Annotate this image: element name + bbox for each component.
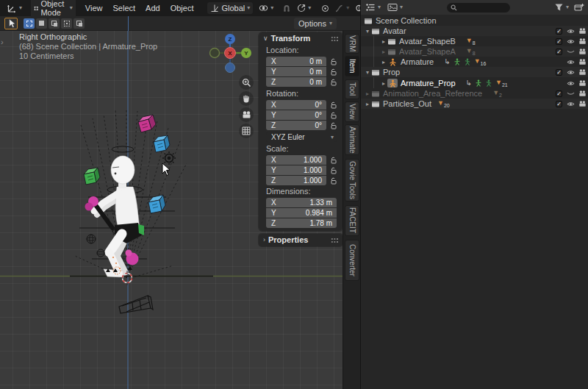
location-z-field[interactable]: Z 0 m [266,77,326,87]
editor-type-button[interactable]: ▾ [4,2,25,15]
scale-z-field[interactable]: Z 1.000 [266,176,326,185]
snap-toggle-button[interactable] [279,2,294,14]
disable-render-toggle[interactable] [578,58,587,66]
rotation-y-field[interactable]: Y 0° [266,110,326,120]
rotation-z-field[interactable]: Z 0° [266,121,326,130]
lock-icon[interactable] [329,77,338,87]
hide-viewport-toggle[interactable] [567,48,575,56]
outliner-row-avatar[interactable]: ▾ Avatar ✓ [361,26,588,36]
chevron-down-icon[interactable]: ▾ [566,4,569,10]
new-collection-icon[interactable] [574,3,584,12]
sidebar-properties-panel[interactable]: › Properties [259,234,343,246]
disable-render-toggle[interactable] [578,79,587,88]
exclude-checkbox[interactable]: ✓ [555,100,563,108]
dimensions-x-field[interactable]: X 1.33 m [266,198,337,207]
dimensions-y-field[interactable]: Y 0.984 m [266,208,337,218]
tab-vrm[interactable]: VRM [345,34,359,54]
zoom-button[interactable] [239,75,254,90]
tab-item[interactable]: Item [345,56,359,76]
outliner-row-particles-out[interactable]: ▸ Particles_Out ▼20 ✓ [361,99,588,109]
menu-view[interactable]: View [80,2,108,14]
lock-icon[interactable] [329,67,338,76]
dimensions-z-field[interactable]: Z 1.78 m [266,218,337,228]
panel-drag-handle[interactable] [331,36,339,42]
navigation-gizmo[interactable]: Z Y X [208,32,255,79]
outliner-editor-icon[interactable] [365,3,376,12]
mode-dropdown[interactable]: Object Mode ▾ [31,0,76,18]
menu-object[interactable]: Object [165,2,199,14]
exclude-checkbox[interactable]: ✓ [555,48,563,56]
tab-faceit[interactable]: FACEIT [345,205,359,236]
disclosure-icon[interactable]: ▸ [380,49,387,55]
orthographic-toggle-button[interactable] [239,124,254,138]
scale-y-field[interactable]: Y 1.000 [266,165,326,175]
select-mode-extend-button[interactable] [36,18,47,29]
disclosure-icon[interactable]: ▸ [380,80,387,87]
proportional-falloff-dropdown[interactable]: ▾ [332,3,352,14]
lock-icon[interactable] [329,121,338,130]
select-mode-invert-button[interactable] [61,18,72,29]
menu-select[interactable]: Select [107,2,140,14]
outliner-row-avatar-shapeb[interactable]: ▸ Avatar_ShapeB ▼8 ✓ [361,36,588,46]
tab-converter[interactable]: Converter [345,240,359,281]
chevron-down-icon[interactable]: ▾ [378,4,381,10]
disclosure-icon[interactable]: ▾ [364,28,371,35]
pan-button[interactable] [239,91,254,106]
select-mode-set-button[interactable] [24,18,35,29]
lock-icon[interactable] [329,110,338,120]
disclosure-icon[interactable]: ▸ [380,59,387,65]
proportional-editing-button[interactable] [318,3,332,14]
outliner-row-animation-area-reference[interactable]: ▸ Animation_Area_Reference ▼2 ✓ [361,88,588,99]
exclude-checkbox[interactable]: ✓ [555,27,563,35]
pivot-point-dropdown[interactable]: ▾ [256,2,276,14]
search-input[interactable] [459,4,503,11]
location-y-field[interactable]: Y 0 m [266,67,326,76]
display-mode-icon[interactable] [387,3,398,12]
menu-add[interactable]: Add [140,2,165,14]
disable-render-toggle[interactable] [578,48,587,56]
hide-viewport-toggle[interactable] [567,79,575,88]
outliner-row-avatar-shapea[interactable]: ▸ Avatar_ShapeA ▼8 ✓ [361,46,588,57]
rotation-x-field[interactable]: X 0° [266,100,326,110]
properties-panel-header[interactable]: › Properties [263,235,308,244]
toolbar-expand-icon[interactable]: › [1,38,4,46]
hide-viewport-toggle[interactable] [567,38,575,46]
transform-orientation-dropdown[interactable]: Global ▾ [207,2,253,14]
select-box-tool-button[interactable] [4,18,18,29]
hide-viewport-toggle[interactable] [567,27,575,35]
lock-icon[interactable] [329,165,338,175]
exclude-checkbox[interactable]: ✓ [555,38,563,46]
options-dropdown[interactable]: Options ▾ [294,18,337,29]
lock-icon[interactable] [329,57,338,66]
tab-view[interactable]: View [345,101,359,122]
outliner-row-armature[interactable]: ▸ Armature ↳ ▼16 [361,57,588,67]
location-x-field[interactable]: X 0 m [266,57,326,66]
disable-render-toggle[interactable] [578,100,587,108]
select-mode-subtract-button[interactable] [49,18,60,29]
chevron-down-icon[interactable]: ▾ [400,4,403,10]
disable-render-toggle[interactable] [578,90,587,98]
tab-govie-tools[interactable]: Govie Tools [345,159,359,201]
lock-icon[interactable] [329,100,338,110]
lock-icon[interactable] [329,155,338,165]
outliner-search[interactable] [447,3,510,13]
disable-render-toggle[interactable] [578,27,587,35]
disclosure-icon[interactable]: ▸ [364,90,371,97]
disable-render-toggle[interactable] [578,68,587,76]
hide-viewport-toggle[interactable] [567,90,575,98]
hide-viewport-toggle[interactable] [567,58,575,66]
viewport-3d[interactable]: Right Orthographic (68) Scene Collection… [0,31,343,389]
filter-funnel-icon[interactable] [554,3,564,12]
disclosure-icon[interactable]: ▸ [380,38,387,45]
exclude-checkbox[interactable]: ✓ [555,90,563,98]
rotation-mode-dropdown[interactable]: XYZ Euler ▾ [266,132,337,142]
hide-viewport-toggle[interactable] [567,100,575,108]
disclosure-icon[interactable]: ▸ [364,101,371,107]
panel-drag-handle[interactable] [331,238,339,243]
transform-panel-header[interactable]: ∨ Transform [263,34,310,43]
camera-view-button[interactable] [239,107,254,122]
lock-icon[interactable] [329,176,338,185]
tab-tool[interactable]: Tool [345,79,359,99]
exclude-checkbox[interactable]: ✓ [555,68,563,76]
disclosure-icon[interactable]: ▾ [364,69,371,76]
